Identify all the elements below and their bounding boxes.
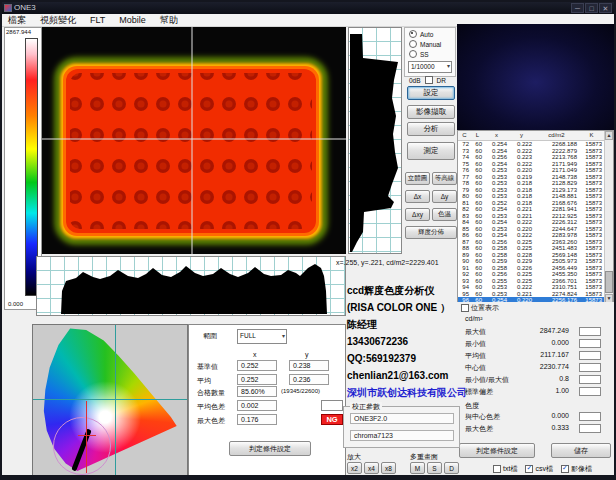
analyze-button[interactable]: 分析 xyxy=(407,122,455,136)
cie-crosshair-horizontal xyxy=(33,399,187,400)
multi-m-button[interactable]: M xyxy=(410,462,425,474)
judge-box xyxy=(579,412,601,421)
calibration-field-1[interactable]: ONE3F2.0 xyxy=(350,413,454,424)
radio-manual-label: Manual xyxy=(420,41,441,48)
txt-checkbox[interactable] xyxy=(493,465,501,473)
cie-crosshair-vertical xyxy=(115,325,116,479)
judge-box xyxy=(579,424,601,433)
radio-ss[interactable]: SS xyxy=(409,50,455,58)
image-file-check[interactable]: 影像檔 xyxy=(561,464,592,474)
delta-x-button[interactable]: Δx xyxy=(405,190,430,203)
position-panel: 位置表示 cd/m² 最大值2847.249 最小值0.000 平均值2117.… xyxy=(457,302,614,479)
stat-row: 最大值2847.249 xyxy=(457,327,614,338)
stat-row: 最大色差0.333 xyxy=(457,424,614,435)
luminance-distribution-button[interactable]: 輝度分佈 xyxy=(405,226,457,239)
multi-d-button[interactable]: D xyxy=(444,462,459,474)
txt-file-check[interactable]: txt檔 xyxy=(493,464,517,474)
luminance-heatmap[interactable] xyxy=(42,27,346,254)
measure-button[interactable]: 測定 xyxy=(407,142,455,160)
judge-box xyxy=(579,375,601,384)
dr-checkbox[interactable] xyxy=(425,76,433,84)
radio-ss-icon[interactable] xyxy=(409,50,417,58)
table-header: C L x y cd/m2 K xyxy=(458,131,613,141)
calibration-title: 校正參數 xyxy=(350,402,382,412)
settings-button[interactable]: 設定 xyxy=(407,86,455,100)
window-bottom-edge xyxy=(2,475,614,478)
judge-condition-button-left[interactable]: 判定條件設定 xyxy=(229,441,311,456)
scroll-up-icon[interactable]: ▲ xyxy=(605,131,613,140)
col-x: x xyxy=(484,131,509,140)
csv-checkbox[interactable] xyxy=(525,465,533,473)
cct-button[interactable]: 色温 xyxy=(432,208,457,221)
table-scrollbar[interactable]: ▲ ▼ xyxy=(604,131,613,303)
contact-line-2: (RISA COLOR ONE ） xyxy=(347,299,461,316)
camera-image-thumbnail[interactable] xyxy=(457,24,614,130)
menu-file[interactable]: 檔案 xyxy=(8,14,26,27)
shutter-select[interactable]: 1/10000 xyxy=(408,61,452,73)
multi-s-button[interactable]: S xyxy=(427,462,442,474)
gain-label: 0dB xyxy=(409,77,421,84)
delta-xy-button[interactable]: Δxy xyxy=(405,208,430,221)
zoom-x8-button[interactable]: x8 xyxy=(381,462,396,474)
avg-x-field[interactable]: 0.252 xyxy=(237,374,277,385)
menu-video-change[interactable]: 視頻變化 xyxy=(40,14,76,27)
radio-manual-icon[interactable] xyxy=(409,40,417,48)
delta-y-button[interactable]: Δy xyxy=(432,190,457,203)
position-display-checkbox[interactable] xyxy=(461,304,469,312)
col-cdm2: cd/m2 xyxy=(534,131,579,140)
zoom-x4-button[interactable]: x4 xyxy=(364,462,379,474)
measurement-table: C L x y cd/m2 K 72600.2540.2222268.18815… xyxy=(457,130,614,304)
ng-badge: NG xyxy=(321,414,343,425)
save-button[interactable]: 儲存 xyxy=(551,443,611,458)
ref-y-field[interactable]: 0.238 xyxy=(289,360,329,371)
position-display-label: 位置表示 xyxy=(471,303,499,313)
zoom-x2-button[interactable]: x2 xyxy=(347,462,362,474)
range-select[interactable]: FULL xyxy=(237,329,287,344)
ref-x-field[interactable]: 0.252 xyxy=(237,360,277,371)
zoom-label: 放大 xyxy=(347,452,361,462)
colorbar-max-value: 2867.944 xyxy=(6,29,31,35)
measurement-table-body[interactable]: 72600.2540.2222268.1881587373600.2540.22… xyxy=(458,141,613,304)
close-button[interactable]: ✕ xyxy=(599,3,612,13)
view3d-button[interactable]: 立體圖 xyxy=(405,172,430,185)
radio-manual[interactable]: Manual xyxy=(409,40,455,48)
pass-rate-field: 85.60% xyxy=(237,386,277,397)
max-diff-field: 0.176 xyxy=(237,414,277,425)
minimize-button[interactable]: ─ xyxy=(571,3,584,13)
scroll-thumb[interactable] xyxy=(605,271,613,293)
judge-box xyxy=(579,351,601,360)
cie-chromaticity-diagram[interactable] xyxy=(32,324,188,480)
stat-row: 與中心色差0.000 xyxy=(457,412,614,423)
maximize-button[interactable]: □ xyxy=(585,3,598,13)
menu-flt[interactable]: FLT xyxy=(90,15,105,25)
contact-line-1: ccd辉度色度分析仪 xyxy=(347,282,461,299)
pass-label: 合格數量 xyxy=(197,388,225,398)
capture-button[interactable]: 影像擷取 xyxy=(407,105,455,119)
ref-label: 基準值 xyxy=(197,362,218,372)
radio-ss-label: SS xyxy=(420,51,429,58)
title-bar[interactable]: ONE3 ─ □ ✕ xyxy=(2,2,614,14)
col-c: C xyxy=(458,131,471,140)
judge-condition-button-right[interactable]: 判定條件設定 xyxy=(459,443,535,458)
company-name: 深圳市跃创达科技有限公司 xyxy=(347,384,461,401)
image-checkbox[interactable] xyxy=(561,465,569,473)
csv-file-check[interactable]: csv檔 xyxy=(525,464,553,474)
avg-diff-field: 0.002 xyxy=(237,400,277,411)
judge-box xyxy=(579,327,601,336)
stat-row: 最小值/最大值0.8 xyxy=(457,375,614,386)
radio-auto[interactable]: Auto xyxy=(409,30,455,38)
menu-help[interactable]: 幫助 xyxy=(160,14,178,27)
judge-box xyxy=(579,339,601,348)
avg-y-field[interactable]: 0.236 xyxy=(289,374,329,385)
cie-cursor-horizontal xyxy=(78,435,96,436)
avg-diff-label: 平均色差 xyxy=(197,402,225,412)
calibration-group: 校正參數 ONE3F2.0 chroma7123 xyxy=(343,406,460,448)
calibration-field-2[interactable]: chroma7123 xyxy=(350,430,454,441)
stat-row: 平均值2117.167 xyxy=(457,351,614,362)
contact-email: chenlian21@163.com xyxy=(347,367,461,384)
x-col-header: x xyxy=(253,351,257,358)
radio-auto-icon[interactable] xyxy=(409,30,417,38)
contour-button[interactable]: 等高線 xyxy=(432,172,457,185)
unit-header: cd/m² xyxy=(465,315,483,322)
menu-mobile[interactable]: Mobile xyxy=(119,15,146,25)
